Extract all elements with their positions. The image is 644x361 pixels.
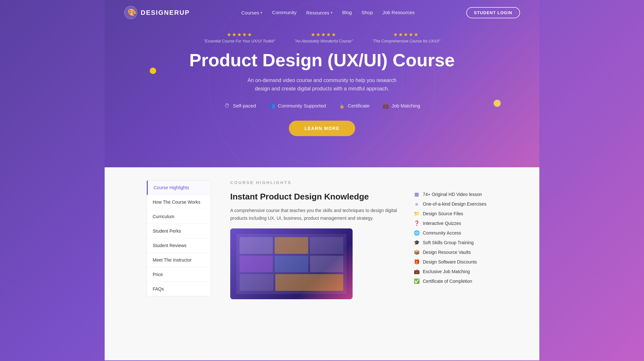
- stars-1: ★★★★★: [227, 32, 252, 38]
- highlights-left: Instant Product Design Knowledge A compr…: [230, 191, 401, 299]
- content-section: Course Highlights How The Course Works C…: [105, 167, 539, 360]
- nav-blog[interactable]: Blog: [342, 10, 352, 15]
- img-row-1: [240, 237, 343, 254]
- video-icon: ▦: [414, 191, 420, 197]
- sidebar-item-meet-instructor[interactable]: Meet The Instructor: [147, 253, 211, 267]
- feature-self-paced: ⏱ Self-paced: [224, 103, 256, 109]
- img-block-4: [240, 256, 273, 273]
- nav-courses[interactable]: Courses: [241, 10, 262, 15]
- img-block-8: [275, 274, 343, 291]
- job-matching-icon: 💼: [383, 103, 389, 109]
- img-row-2: [240, 256, 343, 273]
- nav-resources[interactable]: Resources: [306, 10, 333, 15]
- navbar: 🎨 DESIGNERUP Courses Community Resources: [105, 0, 539, 25]
- review-3: ★★★★★ "The Comprehensive Course for UX/U…: [372, 32, 440, 43]
- feature-resource-vaults: Design Resource Vaults: [423, 250, 471, 255]
- img-block-1: [240, 237, 273, 254]
- certificate-list-icon: ✅: [414, 278, 420, 284]
- resource-vaults-icon: 📦: [414, 249, 420, 255]
- feature-source-files: Design Source Files: [423, 211, 463, 216]
- review-text-1: "Essential Course For Your UX/UI Toolkit…: [204, 39, 275, 43]
- certificate-icon: 🏅: [339, 103, 345, 109]
- highlights-description: A comprehensive course that teaches you …: [230, 207, 401, 222]
- list-item-resource-vaults: 📦 Design Resource Vaults: [414, 249, 497, 255]
- highlights-body: Instant Product Design Knowledge A compr…: [230, 191, 497, 299]
- course-image-inner: [236, 234, 346, 294]
- sidebar-item-how-course-works[interactable]: How The Course Works: [147, 195, 211, 209]
- highlights-right: ▦ 74+ Original HD Video lesson ≡ One-of-…: [414, 191, 497, 299]
- review-text-2: "An Absolutely Wonderful Course": [294, 39, 353, 43]
- list-item-exercises: ≡ One-of-a-kind Design Exercises: [414, 201, 497, 207]
- list-item-quizzes: ❓ Interactive Quizzes: [414, 220, 497, 226]
- feature-job-matching: Exclusive Job Matching: [423, 269, 470, 274]
- highlights-title: Instant Product Design Knowledge: [230, 191, 401, 202]
- list-item-soft-skills: 🎓 Soft Skills Group Training: [414, 240, 497, 245]
- list-item-source-files: 📁 Design Source Files: [414, 211, 497, 217]
- feature-quizzes: Interactive Quizzes: [423, 221, 461, 226]
- img-block-7: [240, 274, 273, 291]
- self-paced-icon: ⏱: [224, 103, 230, 109]
- review-2: ★★★★★ "An Absolutely Wonderful Course": [294, 32, 353, 43]
- sidebar-item-faqs[interactable]: FAQs: [147, 282, 211, 296]
- sidebar-item-course-highlights[interactable]: Course Highlights: [147, 181, 211, 195]
- community-icon: 👥: [269, 103, 275, 109]
- sidebar-nav: Course Highlights How The Course Works C…: [147, 180, 211, 296]
- logo-icon: 🎨: [124, 6, 137, 19]
- feature-soft-skills: Soft Skills Group Training: [423, 240, 474, 245]
- sidebar: Course Highlights How The Course Works C…: [147, 167, 217, 341]
- feature-label-selfpaced: Self-paced: [233, 103, 256, 108]
- soft-skills-icon: 🎓: [414, 240, 420, 245]
- stars-3: ★★★★★: [393, 32, 419, 38]
- feature-label-certificate: Certificate: [348, 103, 370, 108]
- quizzes-icon: ❓: [414, 220, 420, 226]
- img-block-5: [275, 256, 308, 273]
- feature-videos: 74+ Original HD Video lesson: [423, 192, 482, 197]
- feature-community: 👥 Community Supported: [269, 103, 326, 109]
- job-matching-list-icon: 💼: [414, 269, 420, 274]
- svg-text:🎨: 🎨: [128, 8, 137, 17]
- sidebar-item-curriculum[interactable]: Curriculum: [147, 209, 211, 224]
- img-block-2: [275, 237, 308, 254]
- img-row-3: [240, 274, 343, 291]
- feature-job-matching: 💼 Job Matching: [383, 103, 420, 109]
- feature-software-discounts: Design Software Discounts: [423, 259, 477, 264]
- source-files-icon: 📁: [414, 211, 420, 217]
- feature-label-community: Community Supported: [278, 103, 326, 108]
- hero-title: Product Design (UX/UI) Course: [111, 50, 533, 70]
- feature-certificate: 🏅 Certificate: [339, 103, 370, 109]
- hero-content: ★★★★★ "Essential Course For Your UX/UI T…: [105, 25, 539, 149]
- review-1: ★★★★★ "Essential Course For Your UX/UI T…: [204, 32, 275, 43]
- software-discounts-icon: 🎁: [414, 259, 420, 265]
- feature-certificate: Certificate of Completion: [423, 279, 472, 284]
- sidebar-item-student-reviews[interactable]: Student Reviews: [147, 238, 211, 253]
- learn-more-button[interactable]: LEARN MORE: [289, 121, 355, 136]
- nav-community[interactable]: Community: [272, 10, 297, 15]
- list-item-certificate: ✅ Certificate of Completion: [414, 278, 497, 284]
- feature-community-access: Community Access: [423, 230, 461, 236]
- hero-subtitle: An on-demand video course and community …: [242, 76, 402, 93]
- list-item-software-discounts: 🎁 Design Software Discounts: [414, 259, 497, 265]
- community-access-icon: 🌐: [414, 230, 420, 236]
- nav-shop[interactable]: Shop: [362, 10, 373, 15]
- exercises-icon: ≡: [414, 201, 420, 207]
- section-label: COURSE HIGHLIGHTS: [230, 180, 497, 185]
- sidebar-item-price[interactable]: Price: [147, 267, 211, 282]
- feature-exercises: One-of-a-kind Design Exercises: [423, 201, 487, 207]
- student-login-button[interactable]: STUDENT LOGIN: [466, 7, 520, 18]
- stars-2: ★★★★★: [311, 32, 336, 38]
- main-content: COURSE HIGHLIGHTS Instant Product Design…: [217, 167, 497, 341]
- logo-area[interactable]: 🎨 DESIGNERUP: [124, 6, 190, 19]
- nav-links: Courses Community Resources Blog Shop: [241, 10, 415, 15]
- nav-job-resources[interactable]: Job Resources: [383, 10, 415, 15]
- feature-label-job: Job Matching: [392, 103, 420, 108]
- list-item-job-matching: 💼 Exclusive Job Matching: [414, 269, 497, 274]
- course-image: [230, 228, 353, 299]
- img-block-3: [310, 237, 343, 254]
- hero-features: ⏱ Self-paced 👥 Community Supported 🏅 Cer…: [111, 103, 533, 109]
- sidebar-item-student-perks[interactable]: Student Perks: [147, 224, 211, 238]
- list-item-videos: ▦ 74+ Original HD Video lesson: [414, 191, 497, 197]
- list-item-community-access: 🌐 Community Access: [414, 230, 497, 236]
- review-text-3: "The Comprehensive Course for UX/UI": [372, 39, 440, 43]
- highlight-list: ▦ 74+ Original HD Video lesson ≡ One-of-…: [414, 191, 497, 284]
- logo-text: DESIGNERUP: [141, 9, 190, 16]
